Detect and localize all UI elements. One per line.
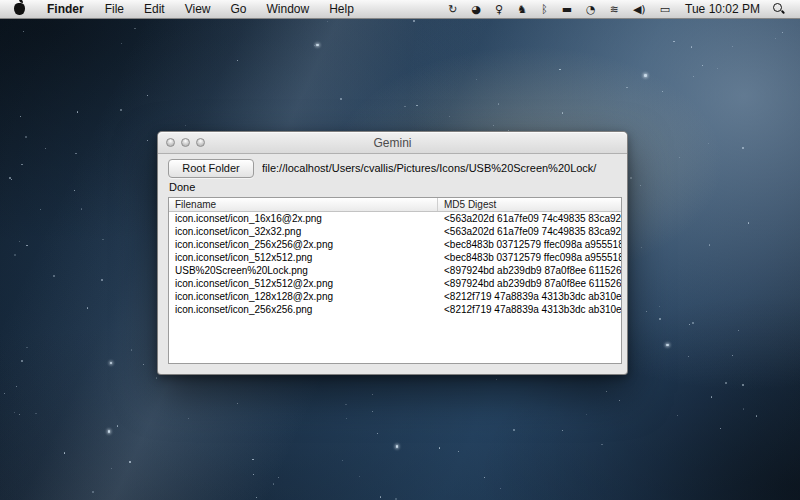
menu-bar-clock[interactable]: Tue 10:02 PM (677, 2, 768, 16)
menu-bar-status-area: ↻◕♀♞ᛒ▬◔≋◀)▭ Tue 10:02 PM (441, 0, 792, 18)
title-bar[interactable]: Gemini (158, 132, 627, 154)
table-row[interactable]: icon.iconset/icon_16x16@2x.png <563a202d… (169, 212, 621, 225)
md5-cell: <897924bd ab239db9 87a0f8ee 611526c5> (437, 264, 621, 277)
key-icon[interactable]: ♀ (488, 0, 510, 19)
filename-cell: icon.iconset/icon_32x32.png (169, 225, 437, 238)
menu-item[interactable]: Window (257, 0, 320, 19)
filename-cell: icon.iconset/icon_512x512@2x.png (169, 277, 437, 290)
md5-cell: <563a202d 61a7fe09 74c49835 83ca92e1> (437, 212, 621, 225)
minimize-button[interactable] (181, 138, 190, 147)
root-folder-path: file://localhost/Users/cvallis/Pictures/… (262, 159, 619, 178)
menu-item[interactable]: File (95, 0, 134, 19)
md5-cell: <bec8483b 03712579 ffec098a a9555180> (437, 251, 621, 264)
battery-icon[interactable]: ▭ (653, 0, 677, 19)
apple-menu-icon[interactable] (14, 3, 25, 15)
root-folder-button[interactable]: Root Folder (168, 159, 254, 178)
filename-cell: icon.iconset/icon_256x256.png (169, 303, 437, 316)
md5-cell: <897924bd ab239db9 87a0f8ee 611526c5> (437, 277, 621, 290)
display-icon[interactable]: ▬ (555, 0, 579, 19)
filename-cell: USB%20Screen%20Lock.png (169, 264, 437, 277)
filename-cell: icon.iconset/icon_512x512.png (169, 251, 437, 264)
time-machine-icon[interactable]: ◔ (579, 0, 603, 19)
menu-bar: FinderFileEditViewGoWindowHelp ↻◕♀♞ᛒ▬◔≋◀… (0, 0, 800, 19)
column-header-filename[interactable]: Filename (169, 198, 437, 211)
filename-cell: icon.iconset/icon_16x16@2x.png (169, 212, 437, 225)
bluetooth-icon[interactable]: ᛒ (534, 0, 555, 19)
table-header: Filename MD5 Digest (169, 198, 621, 212)
menu-bar-menus: FinderFileEditViewGoWindowHelp (37, 0, 364, 18)
md5-cell: <8212f719 47a8839a 4313b3dc ab310e39> (437, 290, 621, 303)
table-body: icon.iconset/icon_16x16@2x.png <563a202d… (169, 212, 621, 363)
filename-cell: icon.iconset/icon_128x128@2x.png (169, 290, 437, 303)
traffic-lights (166, 138, 205, 147)
gemini-window: Gemini Root Folder file://localhost/User… (157, 131, 628, 375)
close-button[interactable] (166, 138, 175, 147)
status-text: Done (169, 181, 195, 193)
filename-cell: icon.iconset/icon_256x256@2x.png (169, 238, 437, 251)
menu-item[interactable]: Finder (37, 0, 95, 19)
table-row[interactable]: icon.iconset/icon_512x512@2x.png <897924… (169, 277, 621, 290)
zoom-button[interactable] (196, 138, 205, 147)
menu-item[interactable]: Help (319, 0, 364, 19)
table-row[interactable]: USB%20Screen%20Lock.png <897924bd ab239d… (169, 264, 621, 277)
volume-icon[interactable]: ◀) (626, 0, 653, 19)
sync-icon[interactable]: ↻ (441, 0, 464, 19)
menu-item[interactable]: Go (221, 0, 257, 19)
status-icons: ↻◕♀♞ᛒ▬◔≋◀)▭ (441, 0, 677, 18)
md5-cell: <8212f719 47a8839a 4313b3dc ab310e39> (437, 303, 621, 316)
table-row[interactable]: icon.iconset/icon_128x128@2x.png <8212f7… (169, 290, 621, 303)
table-row[interactable]: icon.iconset/icon_512x512.png <bec8483b … (169, 251, 621, 264)
menu-item[interactable]: View (175, 0, 221, 19)
evernote-icon[interactable]: ♞ (510, 0, 534, 19)
md5-cell: <563a202d 61a7fe09 74c49835 83ca92e1> (437, 225, 621, 238)
spotlight-icon[interactable] (772, 2, 786, 16)
window-title: Gemini (158, 132, 627, 154)
round-app-icon[interactable]: ◕ (465, 0, 489, 19)
table-row[interactable]: icon.iconset/icon_32x32.png <563a202d 61… (169, 225, 621, 238)
wifi-icon[interactable]: ≋ (603, 0, 626, 19)
table-row[interactable]: icon.iconset/icon_256x256@2x.png <bec848… (169, 238, 621, 251)
menu-item[interactable]: Edit (134, 0, 175, 19)
digest-table: Filename MD5 Digest icon.iconset/icon_16… (168, 197, 622, 364)
column-header-md5[interactable]: MD5 Digest (437, 198, 621, 211)
md5-cell: <bec8483b 03712579 ffec098a a9555180> (437, 238, 621, 251)
table-row[interactable]: icon.iconset/icon_256x256.png <8212f719 … (169, 303, 621, 316)
